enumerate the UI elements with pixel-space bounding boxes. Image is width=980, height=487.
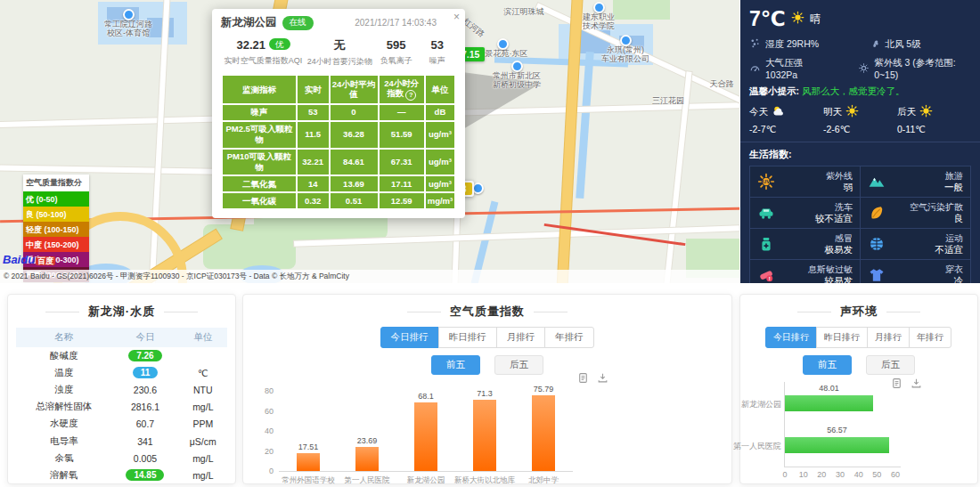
aqi-tab[interactable]: 昨日排行 xyxy=(438,327,497,348)
life-index-value: 弱 xyxy=(826,182,853,193)
sound-tab[interactable]: 年排行 xyxy=(909,327,951,348)
title-dash xyxy=(797,312,831,312)
life-index-cell: 洗车较不适宜 xyxy=(750,198,860,228)
x-axis-tick: 40 xyxy=(850,470,868,479)
life-index-text: 穿衣冷 xyxy=(945,264,963,283)
aqi-range-button[interactable]: 前五 xyxy=(431,355,480,375)
map-poi-marker[interactable] xyxy=(123,9,135,20)
sound-tab[interactable]: 月排行 xyxy=(867,327,910,348)
popup-stat: 32.21优实时空气质量指数AQI xyxy=(221,37,306,68)
data-view-icon[interactable] xyxy=(577,371,589,387)
subindex-value: 17.11 xyxy=(379,175,425,192)
forecast-day: 今天-2-7℃ xyxy=(749,104,823,134)
sound-tab[interactable]: 昨日排行 xyxy=(816,327,868,348)
weather-tip: 温馨小提示: 风那么大，感觉更冷了。 xyxy=(749,85,971,98)
download-icon[interactable] xyxy=(911,377,922,393)
aqi-card-title: 空气质量指数 xyxy=(243,295,731,320)
water-param-unit: mg/L xyxy=(179,467,227,483)
map-poi-label: 三江花园 xyxy=(636,96,700,105)
aqi-range-button[interactable]: 后五 xyxy=(494,355,543,375)
shirt-icon xyxy=(868,266,886,283)
map-poi-marker[interactable] xyxy=(620,35,632,46)
life-index-name: 紫外线 xyxy=(826,171,853,182)
y-axis-tick: 60 xyxy=(249,407,274,416)
aqi-legend-item: 优 (0-50) xyxy=(23,191,89,207)
map-poi-marker[interactable] xyxy=(497,38,509,50)
life-index-cell: 运动不适宜 xyxy=(861,229,970,259)
popup-table-header: 24小时分指数? xyxy=(379,75,425,104)
life-index-text: 紫外线弱 xyxy=(826,171,853,193)
baidu-map[interactable]: 建东职业 技术学院新景花苑·东区常州市新北区 新桥初级中学永琪(常州) 车业有限… xyxy=(0,0,739,283)
sound-title-text: 声环境 xyxy=(840,304,878,320)
sound-bar-chart: 010203040506048.01新龙湖公园56.57第一人民医院 xyxy=(784,382,901,467)
popup-stat-value: 53 xyxy=(419,37,456,53)
water-param-name: 余氯 xyxy=(16,450,111,467)
bar-value-label: 17.51 xyxy=(282,442,335,451)
x-axis-category-label: 北郊中学 xyxy=(509,475,578,486)
y-axis-tick: 20 xyxy=(249,447,274,456)
realtime-value: 0.32 xyxy=(297,192,330,209)
water-table-row: 电导率341μS/cm xyxy=(16,433,227,450)
life-index-value: 冷 xyxy=(945,275,963,283)
y-axis-tick: 0 xyxy=(249,467,274,475)
download-icon[interactable] xyxy=(597,371,608,387)
bar xyxy=(473,400,496,471)
humidity-icon xyxy=(749,37,761,51)
forecast-temp-range: 0-11℃ xyxy=(897,124,971,134)
popup-stat-value: 无 xyxy=(306,37,374,53)
water-param-name: 水硬度 xyxy=(16,416,111,433)
sound-tab[interactable]: 今日排行 xyxy=(765,327,817,348)
pollutant-name: 二氧化氮 xyxy=(222,175,297,192)
uv-index: 紫外线 3 (参考范围: 0~15) xyxy=(874,57,971,80)
water-param-unit: NTU xyxy=(179,381,227,398)
x-axis-tick: 10 xyxy=(795,470,813,479)
water-param-name: 电导率 xyxy=(16,433,111,450)
water-param-unit: μS/cm xyxy=(179,433,227,450)
sound-card-title: 声环境 xyxy=(740,295,977,320)
x-axis-tick: 0 xyxy=(776,470,794,479)
sound-range-button[interactable]: 后五 xyxy=(866,355,915,375)
popup-table-row: 噪声530—dB xyxy=(222,104,455,121)
life-index-cell: 旅游一般 xyxy=(861,166,970,197)
bar xyxy=(414,402,437,471)
popup-table-header: 实时 xyxy=(297,75,330,104)
forecast-day-label: 今天 xyxy=(749,104,823,119)
bar-value-label: 68.1 xyxy=(399,392,453,401)
bar xyxy=(532,395,555,471)
aqi-title-text: 空气质量指数 xyxy=(450,304,525,320)
sound-tabs: 今日排行昨日排行月排行年排行 xyxy=(740,327,977,348)
popup-stat-label: 噪声 xyxy=(419,55,456,67)
ball-icon xyxy=(868,235,886,253)
help-icon[interactable]: ? xyxy=(405,90,416,101)
aqi-legend-item: 良 (50-100) xyxy=(23,207,89,222)
aqi-tab[interactable]: 年排行 xyxy=(544,327,594,348)
water-table: 名称 今日 单位 酸碱度7.26温度11℃浊度230.6NTU总溶解性固体281… xyxy=(16,328,227,484)
popup-stat-value: 595 xyxy=(374,37,419,53)
station-popup: × 新龙湖公园 在线 2021/12/17 14:03:43 32.21优实时空… xyxy=(212,9,465,218)
title-dash xyxy=(534,312,568,312)
avg24-value: 0 xyxy=(330,104,379,121)
tip-text: 风那么大，感觉更冷了。 xyxy=(802,85,905,96)
popup-table-row: 一氧化碳0.320.5112.59mg/m³ xyxy=(222,192,455,209)
map-poi-marker[interactable] xyxy=(511,61,523,72)
water-table-row: 温度11℃ xyxy=(16,364,227,381)
map-poi-marker[interactable] xyxy=(472,183,484,194)
x-axis-tick: 20 xyxy=(813,470,830,479)
life-index-text: 感冒极易发 xyxy=(825,233,853,256)
baidu-logo-cn: 百度 xyxy=(36,256,55,265)
map-poi-label: 滨江明珠城 xyxy=(492,7,556,16)
close-icon[interactable]: × xyxy=(453,12,460,22)
avg24-value: 13.69 xyxy=(330,175,379,192)
condition: 晴 xyxy=(810,12,821,27)
life-index-text: 洗车较不适宜 xyxy=(815,202,853,224)
bar-value-label: 75.79 xyxy=(517,385,570,394)
map-poi-marker[interactable] xyxy=(593,2,605,13)
aqi-tab[interactable]: 月排行 xyxy=(496,327,546,348)
sound-range-button[interactable]: 前五 xyxy=(803,355,852,375)
bar xyxy=(355,447,379,471)
water-param-value: 7.26 xyxy=(111,347,178,364)
title-dash xyxy=(45,312,79,312)
map-poi-label: 建东职业 技术学院 xyxy=(567,12,631,31)
aqi-tab[interactable]: 今日排行 xyxy=(380,327,439,348)
popup-stat-label: 24小时首要污染物 xyxy=(306,56,374,68)
